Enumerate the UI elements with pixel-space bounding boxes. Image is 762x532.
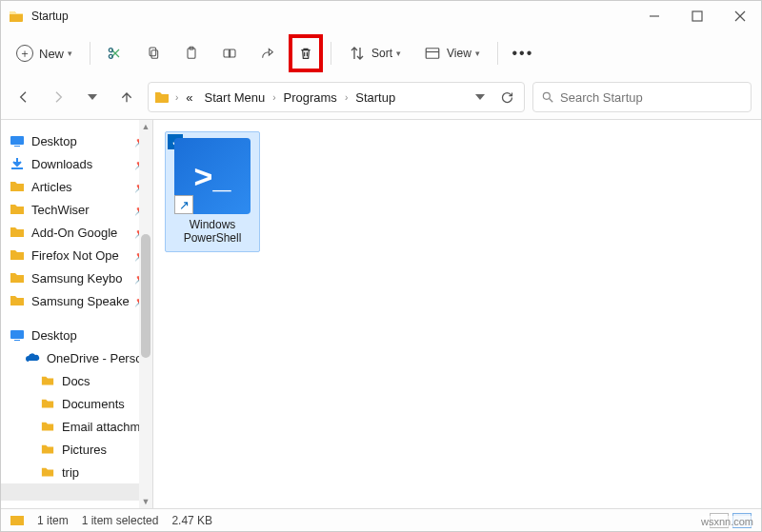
tree-item[interactable] [1,483,152,501]
tree-item[interactable]: trip [1,461,152,483]
separator [497,42,498,65]
svg-rect-6 [150,48,156,56]
folder-icon [9,179,26,194]
view-icon [424,45,441,62]
window-title: Startup [31,10,69,23]
tree-item[interactable]: Email attachme [1,415,152,438]
back-button[interactable] [10,84,37,110]
tree-item[interactable]: Pictures [1,438,152,461]
svg-rect-12 [426,49,439,59]
folder-icon [9,247,26,263]
address-bar[interactable]: › « Start Menu › Programs › Startup [148,82,525,112]
rename-button[interactable] [212,36,247,70]
breadcrumb-item[interactable]: Start Menu [201,89,270,107]
status-mini-icon [10,516,24,525]
separator [90,42,90,65]
plus-circle-icon: ＋ [16,45,33,62]
svg-line-15 [550,99,553,103]
search-icon [541,90,554,104]
svg-point-4 [109,54,112,58]
history-dropdown[interactable] [469,92,491,102]
scrollbar[interactable]: ▲ ▼ [139,120,152,508]
maximize-button[interactable] [675,1,718,31]
scroll-down-icon[interactable]: ▼ [141,497,150,506]
tree-item-desktop-root[interactable]: Desktop [1,324,152,346]
sort-label: Sort [371,47,392,60]
close-button[interactable] [718,1,761,31]
sort-button[interactable]: Sort ▾ [339,36,411,70]
new-button[interactable]: ＋ New ▾ [10,36,82,70]
tree-item[interactable]: Docs [1,369,152,392]
copy-button[interactable] [136,36,170,70]
scroll-thumb[interactable] [141,234,150,358]
svg-rect-18 [10,330,24,339]
folder-icon [39,397,56,410]
svg-rect-17 [14,146,20,147]
tree-item[interactable]: Samsung Keybo 📌 [1,266,152,289]
svg-point-5 [109,49,112,52]
view-button[interactable]: View ▾ [414,36,490,70]
tree-item-onedrive[interactable]: OneDrive - Perso [1,346,152,369]
chevron-right-icon: › [175,92,178,103]
breadcrumb-item[interactable]: Startup [351,89,399,107]
body: Desktop 📌 Downloads 📌 Articles 📌 TechWis… [1,119,761,508]
view-label: View [447,47,471,60]
chevron-right-icon: › [272,92,275,103]
tree-item-downloads[interactable]: Downloads 📌 [1,152,152,175]
recent-button[interactable] [79,84,106,110]
scroll-up-icon[interactable]: ▲ [141,122,150,131]
folder-icon [9,270,26,286]
file-label: Windows PowerShell [166,218,259,246]
search-input[interactable] [560,90,743,105]
desktop-icon [9,327,26,343]
tree-item[interactable]: Add-On Google 📌 [1,221,152,244]
delete-button[interactable] [289,34,323,72]
sort-icon [349,45,366,62]
svg-rect-1 [692,11,702,21]
folder-icon [154,89,170,105]
share-button[interactable] [251,36,285,70]
chevron-down-icon: ▾ [396,49,401,58]
tree-item[interactable]: Documents [1,392,152,415]
chevron-down-icon: ▾ [68,49,72,58]
svg-rect-7 [151,50,158,59]
more-button[interactable]: ••• [506,36,540,70]
cloud-icon [24,350,41,365]
folder-icon [39,420,56,433]
file-list[interactable]: ✓ >_ ↗ Windows PowerShell [153,120,761,508]
tree-item[interactable]: Firefox Not Ope 📌 [1,244,152,266]
search-box[interactable] [532,82,752,112]
cut-button[interactable] [98,36,132,70]
breadcrumb-item[interactable]: Programs [280,89,341,107]
folder-icon [39,443,56,456]
refresh-button[interactable] [495,90,518,105]
separator [331,42,331,65]
tree-item[interactable]: TechWiser 📌 [1,198,152,221]
item-count: 1 item [37,514,69,527]
minimize-button[interactable] [632,1,675,31]
new-label: New [39,47,64,61]
folder-icon [9,202,26,217]
desktop-icon [9,133,26,148]
file-item-windows-powershell[interactable]: ✓ >_ ↗ Windows PowerShell [165,131,260,252]
selected-count: 1 item selected [82,514,159,527]
clipboard-icon [184,45,199,62]
up-button[interactable] [113,84,140,110]
forward-button[interactable] [45,84,71,110]
svg-rect-16 [10,136,24,145]
svg-rect-19 [14,340,20,341]
share-icon [260,45,275,62]
tree-item[interactable]: Samsung Speake 📌 [1,289,152,312]
paste-button[interactable] [174,36,209,70]
window-controls [632,1,761,31]
breadcrumb-prefix[interactable]: « [182,89,196,107]
status-bar: 1 item 1 item selected 2.47 KB [1,508,761,531]
watermark: wsxnn.com [701,516,753,527]
navigation-tree: Desktop 📌 Downloads 📌 Articles 📌 TechWis… [1,120,153,508]
chevron-down-icon: ▾ [475,49,480,58]
copy-icon [146,45,161,62]
folder-icon [9,9,24,24]
navigation-bar: › « Start Menu › Programs › Startup [1,75,761,119]
tree-item-desktop[interactable]: Desktop 📌 [1,129,152,152]
tree-item[interactable]: Articles 📌 [1,175,152,198]
